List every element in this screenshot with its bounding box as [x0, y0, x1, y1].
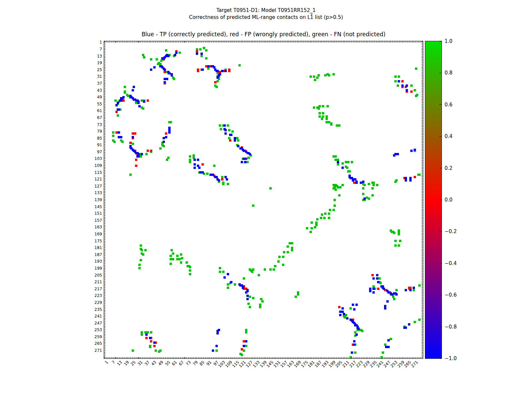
contact-marker-tp	[357, 328, 360, 330]
contact-marker-fn	[145, 153, 148, 155]
contact-marker-fn	[277, 260, 280, 263]
contact-marker-fn	[324, 212, 327, 215]
contact-marker-fn	[222, 271, 224, 273]
contact-marker-fn	[173, 78, 175, 80]
contact-marker-tp	[414, 149, 416, 151]
contact-marker-fn	[390, 338, 392, 340]
y-tick-label: 73	[76, 122, 102, 127]
y-tick-label: 181	[76, 245, 102, 250]
y-tick-label: 19	[76, 61, 102, 65]
contact-marker-fp	[129, 142, 132, 144]
y-tick-label: 151	[76, 211, 102, 216]
contact-marker-fp	[122, 99, 125, 102]
contact-marker-fp	[221, 178, 223, 181]
contact-marker-fn	[334, 155, 337, 158]
contact-marker-tp	[223, 124, 226, 127]
contact-marker-tp	[194, 159, 196, 161]
y-tick-label: 217	[76, 287, 102, 291]
contact-marker-fn	[322, 105, 324, 107]
y-tick-label: 85	[76, 136, 102, 141]
contact-marker-tp	[362, 181, 364, 183]
contact-marker-fp	[150, 150, 152, 152]
contact-marker-tp	[201, 171, 204, 174]
y-tick-label: 43	[76, 88, 102, 93]
contact-marker-tp	[163, 137, 165, 139]
contact-marker-fn	[314, 226, 316, 228]
contact-marker-tp	[355, 304, 358, 306]
contact-marker-fn	[341, 162, 344, 165]
bottom-axis-minor-ticks	[104, 357, 423, 358]
contact-marker-fn	[330, 123, 332, 126]
contact-marker-fn	[395, 179, 398, 182]
contact-marker-tp	[133, 86, 135, 88]
contact-marker-tp	[218, 329, 220, 331]
right-axis-minor-ticks	[422, 41, 423, 358]
contact-marker-fn	[247, 303, 250, 305]
contact-marker-tp	[242, 287, 244, 289]
contact-marker-fn	[261, 300, 264, 303]
contact-marker-fn	[138, 267, 141, 269]
contact-marker-fn	[245, 345, 247, 347]
contact-marker-tp	[384, 307, 386, 310]
contact-marker-fn	[140, 259, 142, 261]
contact-marker-tp	[352, 304, 354, 306]
contact-marker-fn	[394, 80, 397, 82]
contact-marker-fn	[170, 263, 172, 265]
y-tick-label: 121	[76, 177, 102, 182]
contact-marker-fn	[291, 242, 293, 244]
contact-marker-fn	[380, 356, 383, 358]
contact-marker-fn	[334, 189, 337, 191]
y-tick-label: 253	[76, 328, 102, 332]
contact-marker-tp	[241, 161, 243, 163]
contact-marker-fn	[199, 48, 201, 51]
contact-marker-fn	[227, 287, 229, 289]
y-tick-label: 259	[76, 334, 102, 339]
contact-marker-tp	[230, 134, 232, 136]
contact-marker-fn	[141, 249, 143, 251]
contact-marker-tp	[355, 182, 358, 184]
contact-marker-fn	[319, 112, 321, 114]
contact-marker-tp	[405, 327, 407, 329]
contact-marker-fn	[415, 67, 417, 70]
colorbar-tick-label: −0.6	[445, 292, 465, 298]
contact-map-figure: Target T0951-D1: Model T0951RR152_1 Corr…	[0, 0, 532, 399]
contact-marker-fn	[398, 244, 400, 247]
contact-marker-fn	[297, 293, 299, 296]
contact-marker-fn	[222, 183, 224, 185]
contact-marker-tp	[244, 158, 246, 160]
colorbar-tick	[439, 231, 442, 232]
contact-marker-fn	[328, 217, 330, 219]
y-tick-label: 139	[76, 198, 102, 202]
y-tick-label: 241	[76, 314, 102, 319]
contact-marker-fn	[316, 218, 319, 220]
colorbar-tick-label: 0.0	[445, 197, 465, 203]
contact-marker-fp	[134, 132, 136, 135]
figure-title-line1: Target T0951-D1: Model T0951RR152_1	[0, 7, 532, 14]
contact-marker-tp	[405, 289, 407, 291]
colorbar-tick-label: 0.2	[445, 165, 465, 171]
y-tick-label: 97	[76, 150, 102, 154]
contact-marker-fn	[349, 307, 352, 310]
contact-marker-fn	[165, 49, 167, 52]
contact-marker-tp	[351, 351, 353, 354]
contact-marker-fn	[219, 267, 221, 269]
contact-marker-fn	[273, 268, 275, 271]
contact-marker-tp	[168, 131, 171, 134]
contact-marker-tp	[141, 153, 143, 155]
contact-marker-tp	[372, 291, 375, 294]
y-tick-label: 67	[76, 115, 102, 120]
colorbar-tick-label: −0.4	[445, 260, 465, 266]
contact-marker-fn	[415, 95, 417, 97]
contact-marker-fn	[252, 297, 254, 299]
contact-marker-fn	[283, 251, 285, 253]
contact-marker-fn	[399, 240, 401, 242]
contact-marker-tp	[343, 313, 345, 315]
contact-marker-tp	[167, 55, 170, 57]
contact-marker-fp	[135, 165, 137, 167]
contact-marker-tp	[408, 323, 410, 326]
contact-marker-fp	[145, 337, 148, 339]
contact-marker-tp	[194, 167, 196, 169]
contact-marker-fn	[418, 284, 421, 287]
contact-marker-fn	[142, 107, 144, 110]
colorbar-tick	[439, 263, 442, 263]
